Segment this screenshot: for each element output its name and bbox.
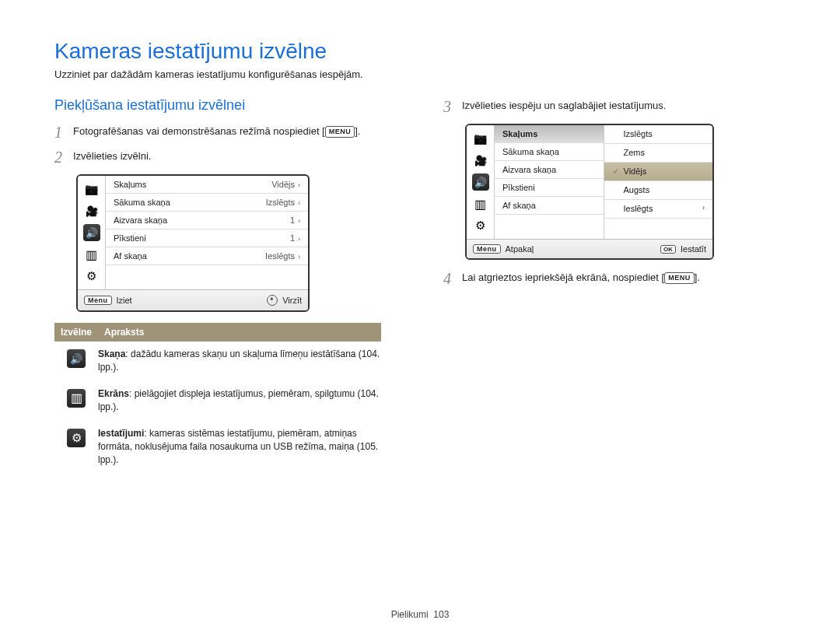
option-label: Zems — [624, 148, 646, 158]
description-table: Izvēlne Apraksts Skaņa: dažādu kameras s… — [54, 323, 381, 474]
step4-text-a: Lai atgrieztos iepriekšējā ekrānā, nospi… — [462, 271, 664, 283]
joystick-icon — [267, 295, 278, 306]
row-label: Af skaņa — [114, 251, 147, 261]
menu-rows: SkaļumsVidējs› Sākuma skaņaIzslēgts› Aiz… — [106, 176, 308, 289]
option-row-selected: ✓Vidējs — [604, 163, 713, 181]
step-3: 3 Izvēlieties iespēju un saglabājiet ies… — [443, 99, 786, 114]
video-icon — [472, 152, 489, 169]
screen-footer: MenuAtpakaļ OKIestatīt — [467, 239, 712, 258]
step4-text-b: ]. — [695, 271, 700, 283]
option-row: ✓Ieslēgts› — [604, 200, 713, 219]
row-value: Ieslēgts — [265, 251, 295, 261]
step-number: 3 — [443, 99, 454, 114]
option-row: ✓Augsts — [604, 181, 713, 200]
screen-icon — [83, 246, 100, 263]
menu-row: Af skaņa — [495, 197, 604, 215]
menu-row: SkaļumsVidējs› — [106, 176, 308, 194]
row-label: Sākuma skaņa — [114, 198, 170, 207]
menu-button-icon: MENU — [325, 126, 355, 138]
option-label: Izslēgts — [624, 129, 653, 139]
screen-footer: MenuIziet Virzīt — [78, 289, 308, 310]
gear-icon — [67, 429, 86, 447]
row-value: Vidējs — [271, 180, 295, 189]
desc-bold: Iestatījumi — [98, 428, 144, 439]
menu-row: Aizvara skaņa — [495, 161, 604, 179]
camera-icon — [472, 130, 489, 147]
row-label: Aizvara skaņa — [114, 215, 167, 225]
menu-row: Pīkstieni1› — [106, 229, 308, 247]
row-label: Sākuma skaņa — [502, 147, 559, 156]
speaker-icon — [472, 173, 489, 191]
desc-bold: Ekrāns — [98, 388, 129, 399]
check-icon: ✓ — [612, 166, 619, 177]
desc-head-text-col: Apraksts — [98, 323, 150, 342]
step-number: 4 — [443, 271, 454, 286]
screen-icon — [472, 195, 489, 212]
ok-button-icon: OK — [660, 245, 676, 254]
step-text: Izvēlieties izvēlni. — [73, 149, 397, 164]
row-label: Pīkstieni — [502, 183, 535, 192]
option-label: Vidējs — [624, 166, 647, 177]
step-text: Lai atgrieztos iepriekšējā ekrānā, nospi… — [462, 271, 786, 285]
speaker-icon — [67, 349, 86, 368]
option-label: Augsts — [624, 185, 650, 195]
camera-icon — [83, 180, 100, 198]
row-value: 1 — [290, 233, 295, 243]
row-label: Aizvara skaņa — [502, 165, 556, 174]
desc-row: Skaņa: dažādu kameras skaņu un skaļuma l… — [54, 342, 381, 381]
left-column: Piekļūšana iestatījumu izvēlnei 1 Fotogr… — [54, 97, 397, 474]
desc-text: : dažādu kameras skaņu un skaļuma līmeņu… — [98, 349, 380, 373]
section-title: Piekļūšana iestatījumu izvēlnei — [54, 97, 397, 114]
menu-row: Skaļums — [495, 125, 604, 143]
sidebar-icons — [78, 176, 106, 289]
row-value: 1 — [290, 215, 295, 225]
menu-row-empty — [495, 215, 604, 232]
camera-menu-screenshot: SkaļumsVidējs› Sākuma skaņaIzslēgts› Aiz… — [76, 174, 310, 312]
menu-row: Af skaņaIeslēgts› — [106, 247, 308, 265]
option-row: ✓Izslēgts — [604, 125, 713, 144]
menu-row: Sākuma skaņaIzslēgts› — [106, 194, 308, 212]
footer-right-label: Iestatīt — [681, 244, 706, 254]
option-label: Ieslēgts — [624, 204, 653, 214]
camera-option-screenshot: Skaļums Sākuma skaņa Aizvara skaņa Pīkst… — [465, 124, 714, 260]
row-label: Af skaņa — [502, 201, 536, 210]
menu-button-icon: MENU — [664, 272, 695, 284]
option-row-empty — [604, 219, 713, 236]
speaker-icon — [83, 224, 100, 241]
menu-row-empty — [106, 265, 308, 282]
video-icon — [83, 202, 100, 219]
page-subtitle: Uzziniet par dažādām kameras iestatījumu… — [54, 68, 786, 80]
option-values: ✓Izslēgts ✓Zems ✓Vidējs ✓Augsts ✓Ieslēgt… — [604, 125, 713, 239]
footer-page-number: 103 — [433, 609, 449, 620]
footer-left-label: Iziet — [117, 296, 132, 305]
step1-text-b: ]. — [355, 125, 360, 137]
desc-text: : pielāgojiet displeja iestatījumus, pie… — [98, 388, 379, 412]
page-title: Kameras iestatījumu izvēlne — [54, 39, 786, 64]
gear-icon — [472, 217, 489, 234]
sidebar-icons — [467, 125, 495, 239]
row-label: Skaļums — [114, 180, 146, 189]
desc-row: Iestatījumi: kameras sistēmas iestatījum… — [54, 421, 381, 474]
desc-bold: Skaņa — [98, 349, 125, 359]
option-labels: Skaļums Sākuma skaņa Aizvara skaņa Pīkst… — [495, 125, 604, 239]
menu-row: Sākuma skaņa — [495, 143, 604, 161]
gear-icon — [83, 268, 100, 285]
footer-left-label: Atpakaļ — [506, 244, 534, 254]
row-value: Izslēgts — [266, 198, 295, 207]
row-label: Pīkstieni — [114, 233, 146, 243]
desc-row: Ekrāns: pielāgojiet displeja iestatījumu… — [54, 381, 381, 421]
right-column: 3 Izvēlieties iespēju un saglabājiet ies… — [443, 97, 786, 474]
screen-icon — [67, 389, 86, 408]
menu-row: Pīkstieni — [495, 179, 604, 197]
footer-right-label: Virzīt — [282, 296, 302, 305]
option-row: ✓Zems — [604, 144, 713, 163]
step-text: Izvēlieties iespēju un saglabājiet iesta… — [462, 99, 786, 114]
step-number: 2 — [54, 149, 65, 165]
footer-label: Pielikumi — [391, 609, 429, 620]
step-number: 1 — [54, 124, 65, 140]
menu-button-icon: Menu — [473, 244, 501, 254]
page-footer: Pielikumi 103 — [0, 609, 840, 620]
step1-text-a: Fotografēšanas vai demonstrēšanas režīmā… — [73, 125, 325, 137]
step-2: 2 Izvēlieties izvēlni. — [54, 149, 397, 165]
row-label: Skaļums — [502, 129, 537, 138]
